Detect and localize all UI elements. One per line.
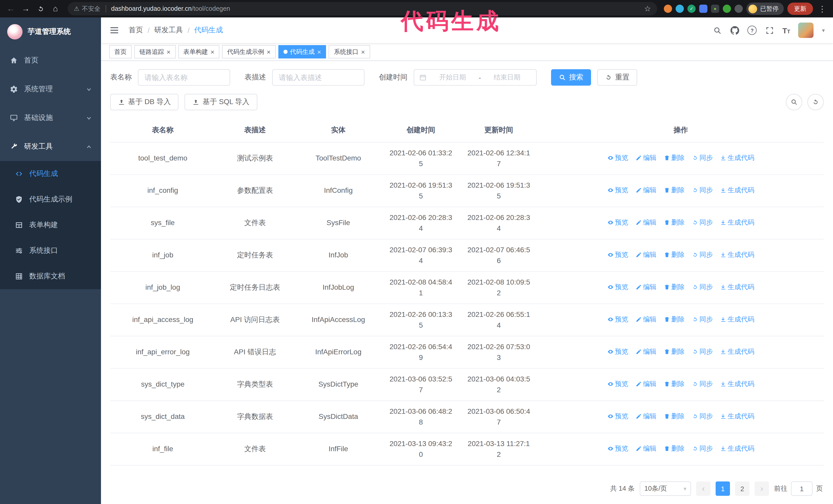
sync-link[interactable]: 同步: [692, 282, 713, 292]
table-desc-input[interactable]: [272, 69, 364, 86]
date-range-picker[interactable]: 开始日期 - 结束日期: [414, 69, 537, 86]
fullscreen-icon[interactable]: [765, 26, 774, 35]
sync-link[interactable]: 同步: [692, 249, 713, 260]
avatar-caret-icon[interactable]: ▾: [822, 27, 825, 33]
browser-reload-button[interactable]: [35, 3, 46, 14]
edit-link[interactable]: 编辑: [635, 282, 657, 292]
edit-link[interactable]: 编辑: [635, 443, 657, 454]
generate-code-link[interactable]: 生成代码: [720, 314, 754, 325]
extension-icon[interactable]: ●: [711, 5, 719, 13]
sidebar-item-dev-tools[interactable]: 研发工具: [0, 132, 101, 161]
generate-code-link[interactable]: 生成代码: [720, 443, 754, 454]
generate-code-link[interactable]: 生成代码: [720, 346, 754, 357]
preview-link[interactable]: 预览: [607, 249, 628, 260]
delete-link[interactable]: 删除: [664, 185, 685, 196]
edit-link[interactable]: 编辑: [635, 411, 657, 422]
address-bar[interactable]: ⚠ 不安全 dashboard.yudao.iocoder.cn /tool/c…: [68, 2, 657, 16]
browser-forward-button[interactable]: →: [20, 3, 31, 14]
tab[interactable]: 首页: [109, 45, 132, 58]
preview-link[interactable]: 预览: [607, 379, 628, 389]
sync-link[interactable]: 同步: [692, 152, 713, 163]
edit-link[interactable]: 编辑: [635, 346, 657, 357]
preview-link[interactable]: 预览: [607, 217, 628, 228]
generate-code-link[interactable]: 生成代码: [720, 217, 754, 228]
breadcrumb-item[interactable]: 首页: [129, 26, 143, 35]
search-icon[interactable]: [713, 26, 722, 35]
tab[interactable]: 代码生成示例 ×: [222, 45, 276, 58]
import-sql-button[interactable]: 基于 SQL 导入: [185, 94, 257, 110]
font-size-icon[interactable]: TT: [782, 26, 790, 34]
prev-page-button[interactable]: ‹: [696, 481, 711, 496]
toggle-search-button[interactable]: [786, 94, 802, 110]
edit-link[interactable]: 编辑: [635, 185, 657, 196]
edit-link[interactable]: 编辑: [635, 152, 657, 163]
search-button[interactable]: 搜索: [551, 69, 591, 86]
table-name-input[interactable]: [138, 69, 230, 86]
next-page-button[interactable]: ›: [755, 481, 769, 496]
page-number-button[interactable]: 1: [716, 481, 730, 496]
delete-link[interactable]: 删除: [664, 346, 685, 357]
sync-link[interactable]: 同步: [692, 217, 713, 228]
sidebar-item-database-docs[interactable]: 数据库文档: [0, 264, 101, 289]
sync-link[interactable]: 同步: [692, 346, 713, 357]
preview-link[interactable]: 预览: [607, 443, 628, 454]
user-avatar[interactable]: [799, 23, 814, 38]
extension-icon[interactable]: [735, 5, 743, 13]
edit-link[interactable]: 编辑: [635, 217, 657, 228]
page-size-select[interactable]: 10条/页 ▾: [640, 481, 691, 496]
preview-link[interactable]: 预览: [607, 185, 628, 196]
help-icon[interactable]: ?: [747, 26, 757, 35]
extension-icon[interactable]: [675, 5, 684, 13]
tab-close-icon[interactable]: ×: [167, 48, 170, 55]
refresh-table-button[interactable]: [807, 94, 824, 110]
sidebar-item-home[interactable]: 首页: [0, 46, 101, 75]
browser-back-button[interactable]: ←: [5, 3, 17, 14]
browser-update-button[interactable]: 更新: [787, 3, 813, 15]
preview-link[interactable]: 预览: [607, 346, 628, 357]
sidebar-item-system-management[interactable]: 系统管理: [0, 75, 101, 103]
delete-link[interactable]: 删除: [664, 314, 685, 325]
page-number-button[interactable]: 2: [735, 481, 749, 496]
breadcrumb-item[interactable]: 研发工具: [154, 26, 183, 35]
generate-code-link[interactable]: 生成代码: [720, 379, 754, 389]
tab-close-icon[interactable]: ×: [317, 48, 321, 55]
reset-button[interactable]: 重置: [597, 69, 637, 86]
extension-icon[interactable]: [723, 5, 731, 13]
edit-link[interactable]: 编辑: [635, 249, 657, 260]
delete-link[interactable]: 删除: [664, 411, 685, 422]
tab[interactable]: 链路追踪 ×: [134, 45, 175, 58]
delete-link[interactable]: 删除: [664, 217, 685, 228]
extension-icon[interactable]: ✓: [687, 5, 696, 13]
edit-link[interactable]: 编辑: [635, 314, 657, 325]
generate-code-link[interactable]: 生成代码: [720, 152, 754, 163]
sync-link[interactable]: 同步: [692, 443, 713, 454]
sidebar-item-code-generation[interactable]: 代码生成: [0, 161, 101, 187]
tab[interactable]: 代码生成 ×: [278, 45, 326, 58]
extension-icon[interactable]: [699, 5, 708, 13]
sidebar-item-code-generation-example[interactable]: 代码生成示例: [0, 187, 101, 212]
import-db-button[interactable]: 基于 DB 导入: [110, 94, 178, 110]
generate-code-link[interactable]: 生成代码: [720, 185, 754, 196]
sidebar-item-form-builder[interactable]: 表单构建: [0, 212, 101, 238]
browser-menu-icon[interactable]: ⋮: [816, 3, 828, 14]
goto-page-input[interactable]: [791, 481, 812, 496]
delete-link[interactable]: 删除: [664, 282, 685, 292]
bookmark-star-icon[interactable]: ☆: [644, 4, 651, 13]
browser-home-button[interactable]: ⌂: [50, 3, 61, 14]
sidebar-logo[interactable]: 芋道管理系统: [0, 18, 101, 46]
sync-link[interactable]: 同步: [692, 185, 713, 196]
generate-code-link[interactable]: 生成代码: [720, 282, 754, 292]
tab-close-icon[interactable]: ×: [361, 48, 365, 55]
sidebar-item-system-api[interactable]: 系统接口: [0, 238, 101, 264]
sync-link[interactable]: 同步: [692, 314, 713, 325]
tab[interactable]: 系统接口 ×: [329, 45, 370, 58]
hamburger-icon[interactable]: [109, 25, 119, 35]
sync-link[interactable]: 同步: [692, 411, 713, 422]
tab[interactable]: 表单构建 ×: [178, 45, 219, 58]
tab-close-icon[interactable]: ×: [266, 48, 270, 55]
preview-link[interactable]: 预览: [607, 314, 628, 325]
preview-link[interactable]: 预览: [607, 152, 628, 163]
preview-link[interactable]: 预览: [607, 282, 628, 292]
extension-icon[interactable]: [664, 5, 672, 13]
preview-link[interactable]: 预览: [607, 411, 628, 422]
